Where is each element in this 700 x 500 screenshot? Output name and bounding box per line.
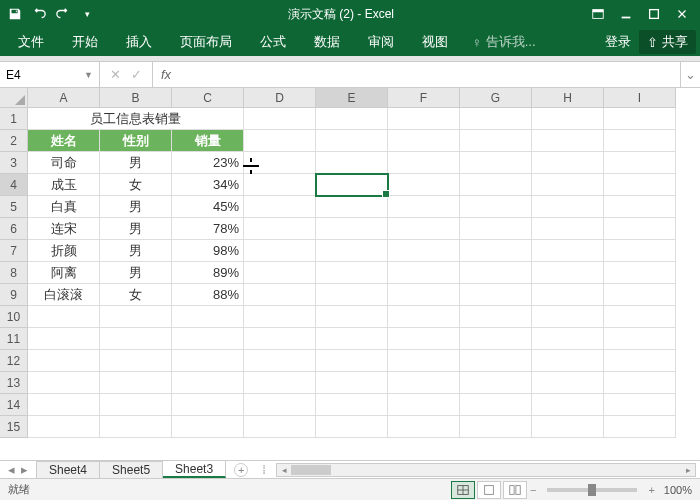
- cell-D5[interactable]: [244, 196, 316, 218]
- tab-data[interactable]: 数据: [300, 27, 354, 57]
- fx-icon[interactable]: fx: [153, 67, 179, 82]
- cell-G3[interactable]: [460, 152, 532, 174]
- cell-C10[interactable]: [172, 306, 244, 328]
- cell-H3[interactable]: [532, 152, 604, 174]
- cell-G9[interactable]: [460, 284, 532, 306]
- cell-A6[interactable]: 连宋: [28, 218, 100, 240]
- cell-H7[interactable]: [532, 240, 604, 262]
- scroll-thumb[interactable]: [291, 465, 331, 475]
- cell-C8[interactable]: 89%: [172, 262, 244, 284]
- cell-F8[interactable]: [388, 262, 460, 284]
- cell-I12[interactable]: [604, 350, 676, 372]
- cell-A13[interactable]: [28, 372, 100, 394]
- cell-I11[interactable]: [604, 328, 676, 350]
- cell-A3[interactable]: 司命: [28, 152, 100, 174]
- cell-F5[interactable]: [388, 196, 460, 218]
- cell-E12[interactable]: [316, 350, 388, 372]
- cell-A5[interactable]: 白真: [28, 196, 100, 218]
- zoom-level[interactable]: 100%: [664, 484, 692, 496]
- cell-E1[interactable]: [316, 108, 388, 130]
- cell-H1[interactable]: [532, 108, 604, 130]
- cell-G4[interactable]: [460, 174, 532, 196]
- cell-F9[interactable]: [388, 284, 460, 306]
- cell-D12[interactable]: [244, 350, 316, 372]
- cell-F7[interactable]: [388, 240, 460, 262]
- cell-B8[interactable]: 男: [100, 262, 172, 284]
- cell-D10[interactable]: [244, 306, 316, 328]
- row-header-15[interactable]: 15: [0, 416, 28, 438]
- row-header-11[interactable]: 11: [0, 328, 28, 350]
- row-header-8[interactable]: 8: [0, 262, 28, 284]
- row-header-3[interactable]: 3: [0, 152, 28, 174]
- cancel-formula-icon[interactable]: ✕: [110, 67, 121, 82]
- tab-formulas[interactable]: 公式: [246, 27, 300, 57]
- cell-E10[interactable]: [316, 306, 388, 328]
- column-header-H[interactable]: H: [532, 88, 604, 108]
- cell-I14[interactable]: [604, 394, 676, 416]
- sheet-nav-prev-icon[interactable]: ◂: [8, 462, 15, 477]
- cell-H11[interactable]: [532, 328, 604, 350]
- row-header-10[interactable]: 10: [0, 306, 28, 328]
- cell-A11[interactable]: [28, 328, 100, 350]
- cell-B15[interactable]: [100, 416, 172, 438]
- tab-view[interactable]: 视图: [408, 27, 462, 57]
- row-header-4[interactable]: 4: [0, 174, 28, 196]
- share-button[interactable]: ⇧ 共享: [639, 30, 696, 54]
- row-header-14[interactable]: 14: [0, 394, 28, 416]
- scroll-right-icon[interactable]: ▸: [681, 465, 695, 475]
- formula-bar-expand-icon[interactable]: ⌄: [680, 62, 700, 87]
- cell-B11[interactable]: [100, 328, 172, 350]
- cell-B4[interactable]: 女: [100, 174, 172, 196]
- row-header-2[interactable]: 2: [0, 130, 28, 152]
- signin-link[interactable]: 登录: [605, 33, 631, 51]
- cell-E5[interactable]: [316, 196, 388, 218]
- cell-H6[interactable]: [532, 218, 604, 240]
- cell-B6[interactable]: 男: [100, 218, 172, 240]
- cell-D8[interactable]: [244, 262, 316, 284]
- tab-file[interactable]: 文件: [4, 27, 58, 57]
- redo-icon[interactable]: [52, 3, 74, 25]
- column-header-D[interactable]: D: [244, 88, 316, 108]
- cell-E13[interactable]: [316, 372, 388, 394]
- cell-E4[interactable]: [316, 174, 388, 196]
- formula-input[interactable]: [179, 62, 680, 87]
- view-page-break-icon[interactable]: [503, 481, 527, 499]
- cell-A7[interactable]: 折颜: [28, 240, 100, 262]
- cell-A4[interactable]: 成玉: [28, 174, 100, 196]
- cell-D4[interactable]: [244, 174, 316, 196]
- tab-review[interactable]: 审阅: [354, 27, 408, 57]
- cell-B3[interactable]: 男: [100, 152, 172, 174]
- close-icon[interactable]: [668, 3, 696, 25]
- cell-C15[interactable]: [172, 416, 244, 438]
- cell-E9[interactable]: [316, 284, 388, 306]
- cell-G13[interactable]: [460, 372, 532, 394]
- cell-I3[interactable]: [604, 152, 676, 174]
- cell-H2[interactable]: [532, 130, 604, 152]
- undo-icon[interactable]: [28, 3, 50, 25]
- cell-D2[interactable]: [244, 130, 316, 152]
- cell-I8[interactable]: [604, 262, 676, 284]
- cell-I2[interactable]: [604, 130, 676, 152]
- cell-I4[interactable]: [604, 174, 676, 196]
- cell-H5[interactable]: [532, 196, 604, 218]
- column-header-A[interactable]: A: [28, 88, 100, 108]
- column-header-C[interactable]: C: [172, 88, 244, 108]
- cell-C13[interactable]: [172, 372, 244, 394]
- cell-E15[interactable]: [316, 416, 388, 438]
- cell-I1[interactable]: [604, 108, 676, 130]
- horizontal-scrollbar[interactable]: ◂ ▸: [276, 463, 696, 477]
- zoom-slider-thumb[interactable]: [588, 484, 596, 496]
- cell-D11[interactable]: [244, 328, 316, 350]
- view-page-layout-icon[interactable]: [477, 481, 501, 499]
- cell-A15[interactable]: [28, 416, 100, 438]
- cell-G1[interactable]: [460, 108, 532, 130]
- cell-I15[interactable]: [604, 416, 676, 438]
- cell-E2[interactable]: [316, 130, 388, 152]
- cell-B7[interactable]: 男: [100, 240, 172, 262]
- maximize-icon[interactable]: [640, 3, 668, 25]
- tab-split-handle[interactable]: ⁞: [256, 462, 272, 477]
- cell-I13[interactable]: [604, 372, 676, 394]
- name-box-dropdown-icon[interactable]: ▼: [84, 70, 93, 80]
- cell-C9[interactable]: 88%: [172, 284, 244, 306]
- cell-E7[interactable]: [316, 240, 388, 262]
